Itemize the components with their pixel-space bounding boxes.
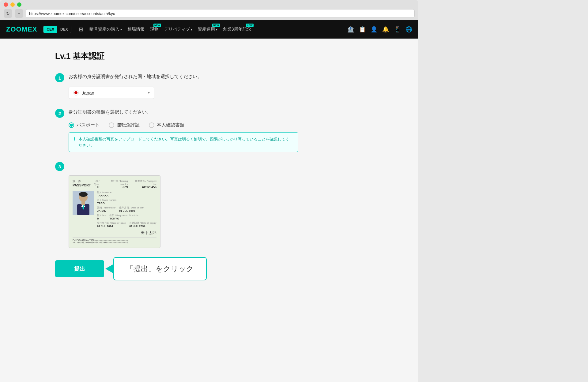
nav-item-buy-crypto[interactable]: 暗号資産の購入▾: [89, 27, 122, 32]
notification-icon[interactable]: 🔔: [382, 26, 389, 33]
minimize-button[interactable]: [10, 2, 15, 7]
step1-section: 1 お客様の身分証明書が発行された国・地域を選択してください。 Japan ▾: [55, 73, 363, 99]
new-badge: NEW: [212, 24, 220, 27]
orders-icon[interactable]: 📋: [359, 26, 366, 33]
passport-radio-inner: [70, 124, 73, 127]
doi-row: 発行年月日 / Date of issue 01 JUL 2024: [97, 221, 126, 228]
app-window: ZOOMEX CEX DEX ⊞ 暗号資産の購入▾ 相場情報 NEW 現物 デリ…: [0, 20, 418, 382]
step1-header: 1 お客様の身分証明書が発行された国・地域を選択してください。: [55, 73, 363, 82]
nav-item-market[interactable]: 相場情報: [127, 27, 145, 32]
step2-label: 身分証明書の種類を選択してください。: [69, 108, 151, 115]
info-box: ℹ 本人確認書類の写真をアップロードしてください。写真は明るく鮮明で、四隅がしっ…: [69, 132, 298, 152]
given-name-label: 名 / Given Names: [97, 198, 156, 202]
given-name-value: TARO: [97, 202, 156, 205]
id-card-option[interactable]: 本人確認書類: [149, 122, 184, 128]
passport-jp-title: 旅 券: [73, 179, 91, 183]
surname-label: 姓 / Surname: [97, 191, 156, 194]
mobile-icon[interactable]: 📱: [394, 26, 401, 33]
drivers-license-option[interactable]: 運転免許証: [109, 122, 140, 128]
dob-row: 生年月日 / Date of birth 01 JUL 1990: [119, 206, 144, 212]
japan-flag-icon: [73, 90, 79, 96]
doi-label: 発行年月日 / Date of issue: [97, 221, 126, 225]
url-bar[interactable]: [26, 9, 415, 18]
dropdown-arrow: ▾: [120, 28, 122, 31]
passport-radio[interactable]: [69, 122, 74, 128]
maximize-button[interactable]: [17, 2, 21, 7]
step2-section: 2 身分証明書の種類を選択してください。 パスポート 運転免許証 本人確認書類: [55, 108, 363, 152]
passport-no-label: 旅券番号 / Passport No.: [134, 179, 156, 185]
svg-rect-5: [81, 201, 85, 205]
close-button[interactable]: [4, 2, 8, 7]
type-value: P: [91, 185, 100, 189]
domicile-value: TOKYO: [109, 217, 138, 220]
domicile-label: 住所 / Registered Domicile: [109, 214, 138, 217]
dob-label: 生年月日 / Date of birth: [119, 206, 144, 209]
cex-button[interactable]: CEX: [43, 26, 57, 33]
type-label: 種 / Type: [91, 179, 100, 185]
nav-menu: 暗号資産の購入▾ 相場情報 NEW 現物 デリバティブ▾ NEW 資産運用▾ N…: [89, 27, 341, 32]
dropdown-arrow: ▾: [216, 28, 217, 31]
step3-section: 3 旅 券 PASSPORT 種 / Type P: [55, 161, 363, 248]
passport-body: 姓 / Surname TANAKA 名 / Given Names TARO …: [73, 191, 156, 236]
dates-row: 発行年月日 / Date of issue 01 JUL 2024 有効期限 /…: [97, 221, 156, 228]
passport-card-header: 旅 券 PASSPORT 種 / Type P 発行国 / Issuing co…: [73, 179, 156, 189]
step1-label: お客様の身分証明書が発行された国・地域を選択してください。: [69, 73, 202, 80]
tooltip-text: 「提出」をクリック: [126, 264, 194, 273]
passport-option[interactable]: パスポート: [69, 122, 100, 128]
language-icon[interactable]: 🌐: [405, 26, 412, 33]
step1-badge: 1: [55, 73, 64, 82]
wallet-icon[interactable]: 🏦: [347, 26, 354, 33]
sex-label: 性 / Sex: [97, 214, 106, 217]
dex-button[interactable]: DEX: [57, 26, 71, 33]
grid-icon[interactable]: ⊞: [79, 26, 83, 33]
doe-value: 01 JUL 2034: [129, 225, 156, 228]
chevron-down-icon: ▾: [148, 91, 150, 95]
sex-value: M: [97, 217, 106, 220]
mrz-line2: AB1234563JPN8003016M3203018<<<<<<<<<<<<<…: [73, 242, 156, 244]
passport-info: 姓 / Surname TANAKA 名 / Given Names TARO …: [97, 191, 156, 236]
nav-item-anniversary[interactable]: NEW 創業3周年記念: [223, 27, 251, 32]
submit-tooltip: 「提出」をクリック: [113, 257, 207, 280]
browser-chrome: ↻ +: [0, 0, 418, 20]
tooltip-arrow: [105, 264, 114, 274]
drivers-license-radio[interactable]: [109, 122, 114, 128]
step2-badge: 2: [55, 109, 64, 118]
new-tab-button[interactable]: +: [15, 9, 23, 18]
logo: ZOOMEX: [6, 25, 37, 33]
id-card-label: 本人確認書類: [157, 122, 184, 128]
passport-container: 旅 券 PASSPORT 種 / Type P 発行国 / Issuing co…: [69, 175, 363, 248]
nationality-dob-row: 国籍 / Nationality JAPAN 生年月日 / Date of bi…: [97, 206, 156, 212]
nav-item-spot[interactable]: NEW 現物: [150, 27, 159, 32]
dropdown-arrow: ▾: [191, 28, 192, 31]
doe-label: 有効期限 / Date of expiry: [129, 221, 156, 225]
step3-header: 3: [55, 161, 363, 171]
surname-row: 姓 / Surname TANAKA: [97, 191, 156, 197]
country-value: Japan: [82, 90, 94, 96]
doc-type-radio-group: パスポート 運転免許証 本人確認書類: [69, 122, 363, 128]
submit-area: 提出 「提出」をクリック: [55, 257, 363, 280]
passport-photo: [73, 191, 94, 215]
nav-item-derivatives[interactable]: デリバティブ▾: [164, 27, 192, 32]
doi-value: 01 JUL 2024: [97, 225, 126, 228]
nationality-row: 国籍 / Nationality JAPAN: [97, 206, 115, 212]
drivers-license-label: 運転免許証: [117, 122, 140, 128]
nationality-label: 国籍 / Nationality: [97, 206, 115, 209]
id-card-radio[interactable]: [149, 122, 154, 128]
reload-button[interactable]: ↻: [4, 9, 12, 18]
person-avatar: [74, 191, 92, 215]
country-select[interactable]: Japan ▾: [69, 87, 154, 99]
account-icon[interactable]: 👤: [371, 26, 377, 33]
navbar: ZOOMEX CEX DEX ⊞ 暗号資産の購入▾ 相場情報 NEW 現物 デリ…: [0, 20, 418, 39]
cex-dex-toggle: CEX DEX: [43, 26, 71, 33]
passport-en-title: PASSPORT: [73, 183, 91, 187]
info-text: 本人確認書類の写真をアップロードしてください。写真は明るく鮮明で、四隅がしっかり…: [78, 136, 293, 148]
submit-button[interactable]: 提出: [55, 260, 104, 277]
page-content: Lv.1 基本認証 1 お客様の身分証明書が発行された国・地域を選択してください…: [0, 39, 418, 382]
sex-domicile-row: 性 / Sex M 住所 / Registered Domicile TOKYO: [97, 214, 156, 220]
japan-dot: [74, 91, 77, 94]
nav-icons: 🏦 📋 👤 🔔 📱 🌐: [347, 26, 412, 33]
nav-item-asset-management[interactable]: NEW 資産運用▾: [198, 27, 217, 32]
doe-row: 有効期限 / Date of expiry 01 JUL 2034: [129, 221, 156, 228]
passport-card: 旅 券 PASSPORT 種 / Type P 発行国 / Issuing co…: [69, 175, 160, 248]
given-name-row: 名 / Given Names TARO: [97, 198, 156, 205]
